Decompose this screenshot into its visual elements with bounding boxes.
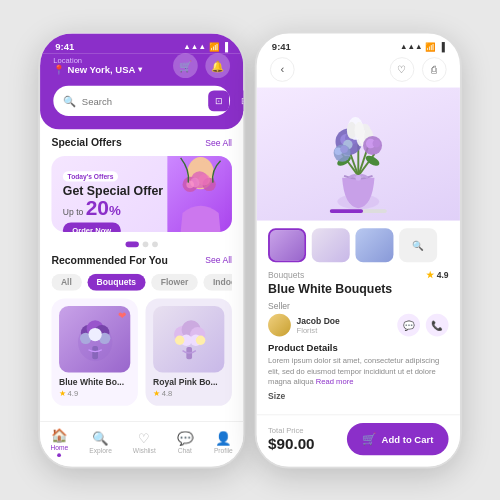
- message-seller-button[interactable]: 💬: [397, 314, 420, 337]
- filter-indoor[interactable]: Indoor: [203, 274, 231, 291]
- price-block: Total Price $90.00: [268, 426, 314, 452]
- carousel-dots: [51, 241, 232, 247]
- offer-tag: Today's Offers: [63, 171, 118, 181]
- read-more-link[interactable]: Read more: [316, 378, 354, 387]
- category-label: Bouquets: [268, 270, 304, 280]
- nav-wishlist[interactable]: ♡ Wishlist: [133, 431, 156, 455]
- notification-button[interactable]: 🔔: [205, 53, 230, 78]
- dot-2[interactable]: [143, 241, 149, 247]
- wifi-icon-left: 📶: [209, 41, 219, 51]
- rating-value: 4.9: [437, 270, 449, 280]
- wifi-icon-right: 📶: [425, 41, 435, 51]
- call-seller-button[interactable]: 📞: [426, 314, 449, 337]
- recommended-see-all[interactable]: See All: [205, 256, 232, 266]
- chat-icon: 💬: [177, 431, 193, 446]
- filter-tabs: All Bouquets Flower Indoor C: [51, 274, 232, 291]
- nav-home-label: Home: [51, 445, 69, 452]
- nav-profile[interactable]: 👤 Profile: [214, 431, 233, 455]
- order-now-button[interactable]: Order Now: [63, 223, 121, 232]
- nav-chat-label: Chat: [178, 448, 192, 455]
- right-phone: 9:41 ▲▲▲ 📶 ▐ ‹ ♡ ⎙: [255, 32, 462, 469]
- image-progress: [330, 209, 387, 213]
- search-bar[interactable]: 🔍 ⊡ ⊞: [53, 86, 230, 116]
- nav-profile-label: Profile: [214, 448, 233, 455]
- thumb-3[interactable]: [355, 228, 393, 262]
- product-rating-1: ★ 4.9: [59, 390, 130, 399]
- time-left: 9:41: [55, 41, 74, 51]
- special-offers-title: Special Offers: [51, 137, 121, 148]
- seller-info: Jacob Doe Florist: [268, 314, 340, 337]
- pin-icon: 📍: [53, 65, 64, 75]
- nav-explore[interactable]: 🔍 Explore: [89, 431, 112, 455]
- product-bouquet-svg: [297, 92, 421, 216]
- purchase-bar: Total Price $90.00 🛒 Add to Cart: [257, 414, 460, 466]
- svg-point-41: [340, 146, 348, 154]
- location-value: New York, USA: [68, 65, 136, 75]
- svg-point-44: [373, 140, 381, 148]
- special-offers-see-all[interactable]: See All: [205, 138, 232, 148]
- bouquet-svg-1: [71, 313, 119, 365]
- battery-icon-right: ▐: [439, 41, 445, 51]
- cart-button[interactable]: 🛒: [173, 53, 198, 78]
- offer-discount: 20: [86, 196, 109, 220]
- seller-avatar: [268, 314, 291, 337]
- home-icon: 🏠: [51, 428, 67, 443]
- dot-1[interactable]: [126, 241, 139, 247]
- search-input[interactable]: [82, 96, 203, 106]
- seller-actions: 💬 📞: [397, 314, 448, 337]
- location-label: Location: [53, 56, 142, 65]
- star-icon-main: ★: [426, 270, 434, 280]
- thumb-more[interactable]: 🔍: [399, 228, 437, 262]
- price-value: $90.00: [268, 435, 314, 452]
- dot-3[interactable]: [152, 241, 158, 247]
- filter-all[interactable]: All: [51, 274, 81, 291]
- product-card-1[interactable]: ❤ Blue White Bo...: [51, 298, 137, 405]
- offer-image: [167, 156, 232, 232]
- product-top-bar: ‹ ♡ ⎙: [257, 53, 460, 87]
- add-to-cart-label: Add to Cart: [382, 434, 434, 444]
- product-main-image: [257, 88, 460, 221]
- recommended-title: Recommended For You: [51, 255, 167, 266]
- offer-card: Today's Offers Get Special Offer Up to 2…: [51, 156, 232, 232]
- offer-illustration: [171, 156, 230, 232]
- rating-badge: ★ 4.9: [426, 270, 448, 280]
- filter-flower[interactable]: Flower: [151, 274, 198, 291]
- details-title: Product Details: [268, 342, 449, 352]
- wishlist-button[interactable]: ♡: [390, 57, 415, 82]
- nav-chat[interactable]: 💬 Chat: [177, 431, 193, 455]
- heart-icon-1[interactable]: ❤: [118, 311, 126, 321]
- svg-point-14: [88, 327, 101, 340]
- seller-section-label: Seller: [268, 301, 449, 311]
- nav-explore-label: Explore: [89, 448, 112, 455]
- add-to-cart-button[interactable]: 🛒 Add to Cart: [346, 423, 448, 455]
- special-offers-header: Special Offers See All: [51, 137, 232, 148]
- header-left: Location 📍 New York, USA ▾ 🛒 🔔 🔍 ⊡: [40, 53, 243, 129]
- image-progress-fill: [330, 209, 363, 213]
- product-img-2: [153, 306, 224, 373]
- product-info: Bouquets ★ 4.9 Blue White Bouquets Selle…: [257, 270, 460, 414]
- camera-scan-button[interactable]: ⊡: [208, 90, 229, 111]
- bottom-nav: 🏠 Home 🔍 Explore ♡ Wishlist 💬 Chat 👤 Pro…: [40, 421, 243, 467]
- svg-point-21: [174, 335, 184, 345]
- nav-active-indicator: [58, 453, 62, 457]
- star-icon-2: ★: [153, 390, 160, 399]
- product-title: Blue White Bouquets: [268, 281, 449, 295]
- cart-icon: 🛒: [362, 432, 376, 445]
- svg-point-47: [355, 122, 365, 139]
- svg-point-6: [199, 174, 210, 185]
- filter-button[interactable]: ⊞: [235, 90, 245, 111]
- signal-icon-left: ▲▲▲: [183, 42, 206, 51]
- bouquet-svg-2: [165, 313, 213, 365]
- share-button[interactable]: ⎙: [422, 57, 447, 82]
- star-icon-1: ★: [59, 390, 66, 399]
- thumb-2[interactable]: [312, 228, 350, 262]
- product-img-1: ❤: [59, 306, 130, 373]
- seller-row: Jacob Doe Florist 💬 📞: [268, 314, 449, 337]
- filter-bouquets[interactable]: Bouquets: [87, 274, 145, 291]
- nav-home[interactable]: 🏠 Home: [51, 428, 69, 457]
- thumb-1[interactable]: [268, 228, 306, 262]
- svg-point-7: [186, 181, 194, 189]
- seller-name: Jacob Doe: [297, 316, 340, 326]
- back-button[interactable]: ‹: [270, 57, 295, 82]
- product-card-2[interactable]: Royal Pink Bo... ★ 4.8: [146, 298, 232, 405]
